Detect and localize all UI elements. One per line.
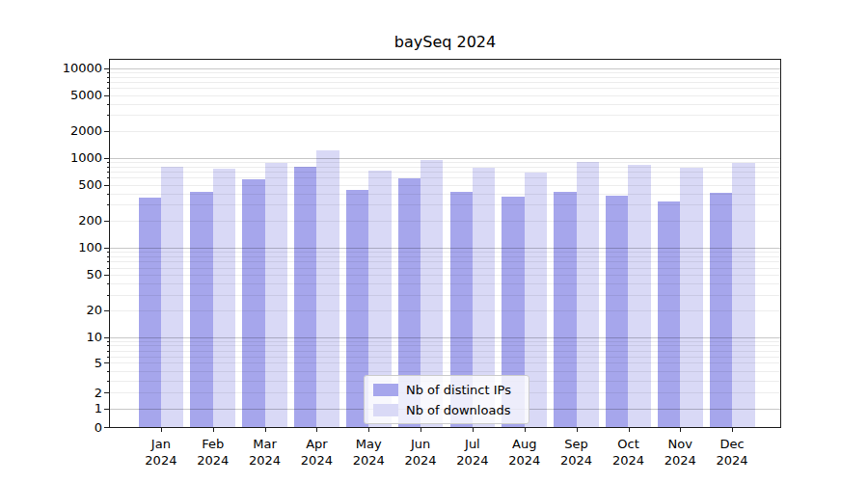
- y-axis-tick-label: 10000: [27, 60, 102, 76]
- bar-downloads-nov: [680, 168, 702, 427]
- bar-distinct-ips-nov: [658, 201, 680, 427]
- y-axis-tick-label: 200: [27, 212, 102, 228]
- y-axis-minor-tick: [107, 88, 110, 89]
- y-axis-minor-tick: [107, 167, 110, 168]
- y-axis-tick: [104, 131, 110, 132]
- plot-area: Nb of distinct IPs Nb of downloads: [109, 59, 781, 428]
- x-axis-tick: [525, 427, 526, 432]
- y-axis-tick: [104, 221, 110, 222]
- bar-distinct-ips-oct: [606, 196, 628, 427]
- y-axis-tick-label: 10: [27, 329, 102, 345]
- minor-gridline: [110, 88, 780, 89]
- minor-gridline: [110, 82, 780, 83]
- y-axis-minor-tick: [107, 177, 110, 178]
- x-axis-tick: [316, 427, 317, 432]
- y-axis-minor-tick: [107, 341, 110, 342]
- bar-distinct-ips-jan: [139, 198, 161, 427]
- y-axis-minor-tick: [107, 268, 110, 269]
- legend-swatch-distinct-ips: [373, 384, 398, 396]
- y-axis-tick-label: 50: [27, 266, 102, 282]
- y-axis-minor-tick: [107, 256, 110, 257]
- bar-downloads-oct: [628, 165, 650, 427]
- y-axis-minor-tick: [107, 104, 110, 105]
- y-axis-tick: [104, 310, 110, 311]
- y-axis-minor-tick: [107, 172, 110, 173]
- download-stats-chart: baySeq 2024 Nb of distinct IPs Nb of dow…: [0, 0, 868, 482]
- y-axis-tick-label: 5: [27, 355, 102, 371]
- x-axis-tick: [420, 427, 421, 432]
- y-axis-minor-tick: [107, 194, 110, 195]
- y-axis-minor-tick: [107, 381, 110, 382]
- chart-title: baySeq 2024: [109, 33, 781, 52]
- y-axis-minor-tick: [107, 261, 110, 262]
- y-axis-minor-tick: [107, 351, 110, 352]
- y-axis-tick-label: 1000: [27, 149, 102, 166]
- x-axis-tick: [213, 427, 214, 432]
- y-axis-tick: [104, 95, 110, 96]
- legend-item-distinct-ips: Nb of distinct IPs: [373, 382, 520, 397]
- y-axis-minor-tick: [107, 371, 110, 372]
- y-axis-minor-tick: [107, 357, 110, 358]
- y-axis-tick-label: 0: [27, 419, 102, 436]
- bar-downloads-mar: [265, 163, 287, 427]
- y-axis-minor-tick: [107, 162, 110, 163]
- minor-gridline: [110, 162, 780, 163]
- y-axis-tick: [104, 362, 110, 363]
- minor-gridline: [110, 77, 780, 78]
- legend-label-distinct-ips: Nb of distinct IPs: [406, 383, 511, 397]
- x-axis-tick: [368, 427, 369, 432]
- bar-downloads-sep: [577, 162, 599, 427]
- y-axis-tick-label: 5000: [27, 87, 102, 103]
- x-axis-tick-label: Dec2024: [698, 437, 766, 469]
- x-axis-tick: [265, 427, 266, 432]
- legend-swatch-downloads: [373, 404, 398, 416]
- bar-distinct-ips-sep: [554, 192, 576, 427]
- y-axis-tick: [104, 248, 110, 249]
- x-axis-tick: [473, 427, 474, 432]
- bar-distinct-ips-apr: [294, 167, 316, 427]
- bar-distinct-ips-feb: [190, 192, 212, 427]
- y-axis-tick: [104, 409, 110, 410]
- y-axis-minor-tick: [107, 115, 110, 116]
- y-axis-tick-label: 1: [27, 400, 102, 416]
- y-axis-minor-tick: [107, 77, 110, 78]
- y-axis-tick: [104, 68, 110, 69]
- y-axis-tick: [104, 337, 110, 338]
- minor-gridline: [110, 131, 780, 132]
- x-label-year: 2024: [698, 453, 766, 469]
- y-axis-tick-label: 2000: [27, 122, 102, 139]
- major-gridline: [110, 158, 780, 159]
- bar-downloads-jan: [161, 167, 183, 427]
- y-axis-tick-label: 2: [27, 385, 102, 401]
- y-axis-minor-tick: [107, 82, 110, 83]
- x-axis-tick: [161, 427, 162, 432]
- y-axis-minor-tick: [107, 283, 110, 284]
- y-axis-tick-label: 20: [27, 302, 102, 318]
- y-axis-tick-label: 100: [27, 239, 102, 255]
- minor-gridline: [110, 72, 780, 73]
- y-axis-tick: [104, 427, 110, 428]
- y-axis-tick: [104, 185, 110, 186]
- legend-item-downloads: Nb of downloads: [373, 402, 520, 417]
- legend: Nb of distinct IPs Nb of downloads: [364, 375, 529, 424]
- bar-downloads-dec: [732, 163, 754, 427]
- bar-distinct-ips-mar: [242, 179, 264, 427]
- x-axis-tick: [629, 427, 630, 432]
- x-axis-tick: [577, 427, 578, 432]
- y-axis-tick: [104, 158, 110, 159]
- minor-gridline: [110, 104, 780, 105]
- bar-distinct-ips-dec: [710, 193, 732, 427]
- y-axis-tick-label: 500: [27, 176, 102, 193]
- x-label-month: Dec: [698, 437, 766, 453]
- y-axis-tick: [104, 275, 110, 276]
- y-axis-tick: [104, 392, 110, 393]
- bar-downloads-feb: [213, 169, 235, 427]
- major-gridline: [110, 68, 780, 69]
- legend-label-downloads: Nb of downloads: [406, 403, 510, 417]
- bar-downloads-apr: [316, 150, 339, 427]
- y-axis-minor-tick: [107, 252, 110, 253]
- x-axis-tick: [732, 427, 733, 432]
- y-axis-minor-tick: [107, 72, 110, 73]
- minor-gridline: [110, 95, 780, 96]
- y-axis-minor-tick: [107, 345, 110, 346]
